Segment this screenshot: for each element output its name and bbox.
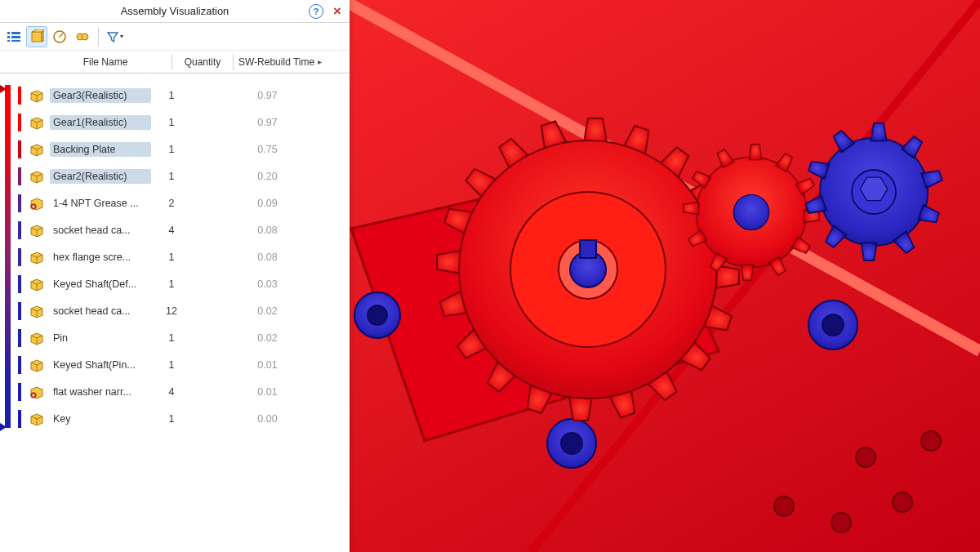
chevron-down-icon: ▾: [120, 33, 123, 40]
toolbox-part-icon: [28, 194, 46, 212]
grouped-view-icon[interactable]: [26, 26, 47, 47]
svg-rect-14: [580, 240, 596, 258]
quantity-cell: 1: [151, 359, 192, 371]
rebuild-time-cell: 0.01: [192, 386, 343, 398]
svg-point-34: [82, 33, 88, 40]
rebuild-time-cell: 0.01: [192, 359, 343, 371]
quantity-cell: 1: [151, 171, 192, 182]
table-row[interactable]: 1-4 NPT Grease ...20.09: [18, 189, 350, 216]
color-gradient-rail[interactable]: [0, 82, 18, 552]
file-name-cell[interactable]: socket head ca...: [50, 304, 151, 318]
color-chip: [18, 329, 21, 347]
color-chip: [18, 248, 21, 266]
quantity-cell: 1: [151, 278, 192, 290]
assembly-visualization-panel: Assembly Visualization ? × ▾ File Name Q…: [0, 0, 350, 552]
svg-point-32: [58, 35, 60, 38]
file-name-cell[interactable]: flat washer narr...: [50, 385, 151, 399]
help-button[interactable]: ?: [309, 4, 323, 19]
color-chip: [18, 194, 21, 212]
filter-button[interactable]: ▾: [104, 29, 126, 44]
performance-icon[interactable]: [49, 26, 70, 47]
panel-toolbar: ▾: [0, 23, 350, 51]
svg-rect-27: [7, 36, 10, 38]
component-list[interactable]: Gear3(Realistic)10.97Gear1(Realistic)10.…: [18, 82, 350, 552]
quantity-cell: 1: [151, 117, 192, 128]
part-icon: [28, 329, 46, 347]
quantity-cell: 12: [151, 305, 192, 317]
column-header-rebuild-time[interactable]: SW-Rebuild Time ▸: [238, 56, 350, 68]
color-chip: [18, 356, 21, 374]
column-header-quantity[interactable]: Quantity: [177, 56, 228, 68]
color-chip: [18, 167, 21, 185]
rebuild-time-cell: 0.75: [192, 144, 343, 155]
quantity-cell: 4: [151, 386, 192, 398]
quantity-cell: 1: [151, 332, 192, 344]
sort-indicator-icon: ▸: [318, 57, 322, 66]
rebuild-time-cell: 0.08: [192, 252, 343, 263]
table-row[interactable]: hex flange scre...10.08: [18, 243, 350, 270]
rebuild-time-cell: 0.97: [192, 90, 343, 101]
quantity-cell: 2: [151, 198, 192, 209]
gradient-bottom-marker[interactable]: [0, 423, 7, 431]
svg-point-16: [733, 194, 768, 229]
color-chip: [18, 87, 21, 105]
svg-rect-28: [11, 36, 20, 38]
file-name-cell[interactable]: Pin: [50, 331, 151, 345]
part-icon: [28, 356, 46, 374]
table-row[interactable]: Gear3(Realistic)10.97: [18, 82, 350, 109]
settings-icon[interactable]: [72, 26, 93, 47]
file-name-cell[interactable]: Gear3(Realistic): [50, 88, 151, 103]
table-row[interactable]: Keyed Shaft(Pin...10.01: [18, 351, 350, 378]
table-row[interactable]: Gear2(Realistic)10.20: [18, 162, 350, 189]
table-row[interactable]: Keyed Shaft(Def...10.03: [18, 270, 350, 297]
rebuild-time-cell: 0.08: [192, 225, 343, 236]
panel-titlebar: Assembly Visualization ? ×: [0, 0, 350, 23]
file-name-cell[interactable]: socket head ca...: [50, 223, 151, 238]
file-name-cell[interactable]: Gear1(Realistic): [50, 115, 151, 130]
color-chip: [18, 383, 21, 401]
rebuild-time-cell: 0.02: [192, 332, 343, 344]
part-icon: [28, 302, 46, 320]
table-row[interactable]: socket head ca...40.08: [18, 216, 350, 243]
color-chip: [18, 140, 21, 158]
table-row[interactable]: flat washer narr...40.01: [18, 378, 350, 405]
file-name-cell[interactable]: hex flange scre...: [50, 250, 151, 265]
part-icon: [28, 410, 46, 428]
file-name-cell[interactable]: Keyed Shaft(Pin...: [50, 358, 151, 372]
svg-point-21: [831, 513, 851, 532]
svg-point-5: [368, 305, 387, 325]
rebuild-time-cell: 0.03: [192, 278, 343, 290]
color-chip: [18, 302, 21, 320]
column-header-rebuild-label: SW-Rebuild Time: [238, 56, 314, 68]
table-row[interactable]: Key10.00: [18, 405, 350, 432]
svg-point-22: [893, 492, 912, 512]
toolbox-part-icon: [28, 383, 46, 401]
quantity-cell: 1: [151, 144, 192, 155]
file-name-cell[interactable]: 1-4 NPT Grease ...: [50, 196, 151, 211]
file-name-cell[interactable]: Key: [50, 412, 151, 426]
svg-rect-30: [11, 40, 20, 42]
svg-rect-29: [7, 40, 10, 42]
column-header-filename[interactable]: File Name: [44, 56, 167, 68]
quantity-cell: 1: [151, 252, 192, 263]
svg-point-7: [561, 433, 582, 454]
flat-nested-view-icon[interactable]: [3, 26, 24, 47]
color-chip: [18, 275, 21, 293]
table-row[interactable]: Gear1(Realistic)10.97: [18, 109, 350, 136]
part-icon: [28, 221, 46, 239]
quantity-cell: 4: [151, 225, 192, 236]
close-button[interactable]: ×: [330, 4, 345, 19]
svg-point-20: [774, 496, 794, 516]
table-row[interactable]: Pin10.02: [18, 324, 350, 351]
file-name-cell[interactable]: Keyed Shaft(Def...: [50, 277, 151, 292]
rebuild-time-cell: 0.20: [192, 171, 343, 182]
part-icon: [28, 275, 46, 293]
table-row[interactable]: Backing Plate10.75: [18, 136, 350, 162]
gradient-top-marker[interactable]: [0, 85, 7, 93]
rebuild-time-cell: 0.00: [192, 413, 343, 425]
part-icon: [28, 114, 46, 131]
color-chip: [18, 221, 21, 239]
file-name-cell[interactable]: Gear2(Realistic): [50, 169, 151, 184]
table-row[interactable]: socket head ca...120.02: [18, 297, 350, 324]
file-name-cell[interactable]: Backing Plate: [50, 142, 151, 157]
